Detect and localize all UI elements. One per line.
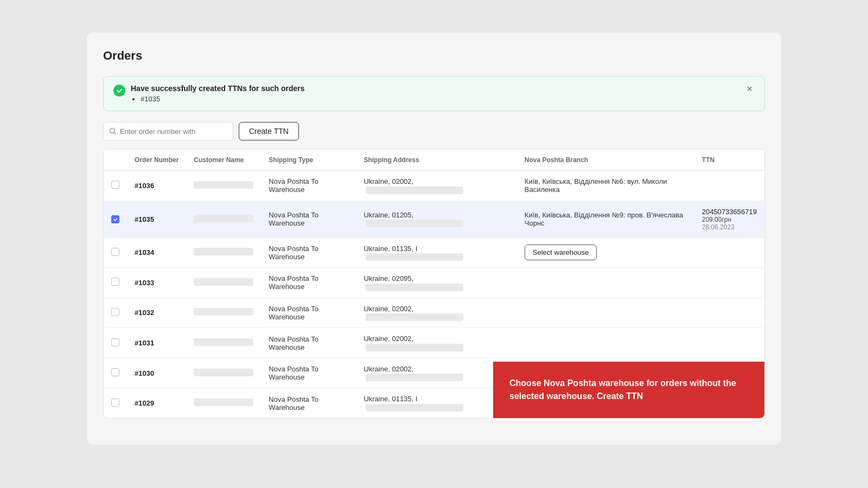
customer-name-placeholder (194, 308, 253, 316)
customer-name (186, 268, 261, 298)
select-warehouse-button[interactable]: Select warehouse (525, 245, 597, 260)
row-checkbox[interactable] (111, 215, 119, 223)
success-banner: Have successfully created TTNs for such … (103, 76, 765, 111)
row-checkbox[interactable] (111, 308, 119, 316)
shipping-type: Nova Poshta To Warehouse (261, 237, 356, 268)
banner-close-button[interactable]: × (744, 84, 755, 94)
customer-name (186, 328, 261, 358)
address-text: Ukraine, 02002, (363, 305, 413, 313)
row-checkbox[interactable] (111, 181, 119, 189)
ttn-date: 28.06.2023 (702, 223, 757, 231)
order-number-value: #1030 (135, 369, 154, 377)
customer-name-placeholder (194, 338, 253, 346)
order-number: #1036 (127, 171, 186, 201)
shipping-address: Ukraine, 01135, I (356, 237, 516, 268)
banner-content: Have successfully created TTNs for such … (113, 84, 305, 103)
banner-title: Have successfully created TTNs for such … (131, 84, 305, 93)
shipping-address: Ukraine, 02002, (356, 171, 516, 201)
shipping-type: Nova Poshta To Warehouse (261, 328, 356, 358)
tooltip-callout: Choose Nova Poshta warehouse for orders … (493, 362, 764, 418)
checkbox-cell (104, 328, 127, 358)
customer-name (186, 388, 261, 418)
order-number: #1029 (127, 388, 186, 418)
order-number-value: #1029 (135, 399, 154, 407)
customer-name-placeholder (194, 278, 253, 286)
ttn-cell: 20450733656719209.00грн28.06.2023 (694, 201, 764, 237)
address-text: Ukraine, 02095, (363, 274, 413, 282)
order-number: #1031 (127, 328, 186, 358)
success-icon (113, 85, 125, 97)
ttn-cell (694, 268, 764, 298)
create-ttn-button[interactable]: Create TTN (239, 122, 299, 140)
row-checkbox[interactable] (111, 248, 119, 256)
address-text: Ukraine, 02002, (363, 177, 413, 185)
customer-name-placeholder (194, 399, 253, 406)
order-number: #1034 (127, 237, 186, 268)
order-number: #1030 (127, 358, 186, 388)
order-number: #1032 (127, 298, 186, 328)
table-row: #1035Nova Poshta To WarehouseUkraine, 01… (104, 201, 764, 237)
address-placeholder (366, 220, 463, 227)
address-text: Ukraine, 02002, (363, 365, 413, 373)
shipping-address: Ukraine, 02002, (356, 298, 516, 328)
nova-poshta-branch: Select warehouse (517, 237, 694, 268)
checkbox-cell (104, 268, 127, 298)
customer-name (186, 237, 261, 268)
tooltip-text: Choose Nova Poshta warehouse for orders … (509, 378, 736, 401)
table-row: #1036Nova Poshta To WarehouseUkraine, 02… (104, 171, 764, 201)
address-placeholder (366, 284, 463, 291)
nova-poshta-branch (517, 268, 694, 298)
customer-name (186, 358, 261, 388)
ttn-number: 20450733656719 (702, 208, 757, 216)
col-order-number: Order Number (127, 150, 186, 171)
row-checkbox[interactable] (111, 338, 119, 346)
orders-table-wrapper: Order Number Customer Name Shipping Type… (103, 149, 765, 419)
customer-name-placeholder (194, 248, 253, 255)
ttn-cell (694, 298, 764, 328)
toolbar: Create TTN (103, 122, 765, 140)
customer-name-placeholder (194, 181, 253, 189)
banner-text: Have successfully created TTNs for such … (131, 84, 305, 103)
checkbox-cell (104, 298, 127, 328)
customer-name-placeholder (194, 215, 253, 222)
table-header-row: Order Number Customer Name Shipping Type… (104, 150, 764, 171)
table-row: #1032Nova Poshta To WarehouseUkraine, 02… (104, 298, 764, 328)
banner-order-item: #1035 (141, 95, 305, 103)
checkbox-cell (104, 237, 127, 268)
customer-name-placeholder (194, 369, 253, 376)
checkmark-icon (116, 87, 123, 94)
table-row: #1033Nova Poshta To WarehouseUkraine, 02… (104, 268, 764, 298)
col-shipping-type: Shipping Type (261, 150, 356, 171)
address-text: Ukraine, 02002, (363, 335, 413, 343)
address-placeholder (366, 313, 463, 321)
address-text: Ukraine, 01205, (363, 211, 413, 219)
shipping-address: Ukraine, 02002, (356, 328, 516, 358)
search-input[interactable] (120, 123, 227, 140)
checkbox-cell (104, 171, 127, 201)
checkbox-cell (104, 358, 127, 388)
search-wrapper (103, 122, 233, 140)
order-number: #1035 (127, 201, 186, 237)
address-placeholder (366, 253, 463, 261)
address-text: Ukraine, 01135, I (363, 245, 417, 253)
row-checkbox[interactable] (111, 399, 119, 407)
col-shipping-address: Shipping Address (356, 150, 516, 171)
shipping-type: Nova Poshta To Warehouse (261, 171, 356, 201)
nova-poshta-branch: Київ, Київська, Відділення №6: вул. Мико… (517, 171, 694, 201)
shipping-address: Ukraine, 02095, (356, 268, 516, 298)
search-icon (109, 127, 117, 135)
row-checkbox[interactable] (111, 278, 119, 286)
address-text: Ukraine, 01135, I (363, 395, 417, 403)
checkbox-cell (104, 201, 127, 237)
shipping-type: Nova Poshta To Warehouse (261, 298, 356, 328)
nova-poshta-branch: Київ, Київська, Відділення №9: пров. В'я… (517, 201, 694, 237)
address-placeholder (366, 404, 463, 412)
shipping-type: Nova Poshta To Warehouse (261, 201, 356, 237)
nova-poshta-branch (517, 328, 694, 358)
ttn-cell (694, 237, 764, 268)
page-container: Orders Have successfully created TTNs fo… (87, 33, 781, 445)
address-placeholder (366, 187, 463, 194)
row-checkbox[interactable] (111, 368, 119, 376)
address-placeholder (366, 374, 463, 381)
col-customer-name: Customer Name (186, 150, 261, 171)
